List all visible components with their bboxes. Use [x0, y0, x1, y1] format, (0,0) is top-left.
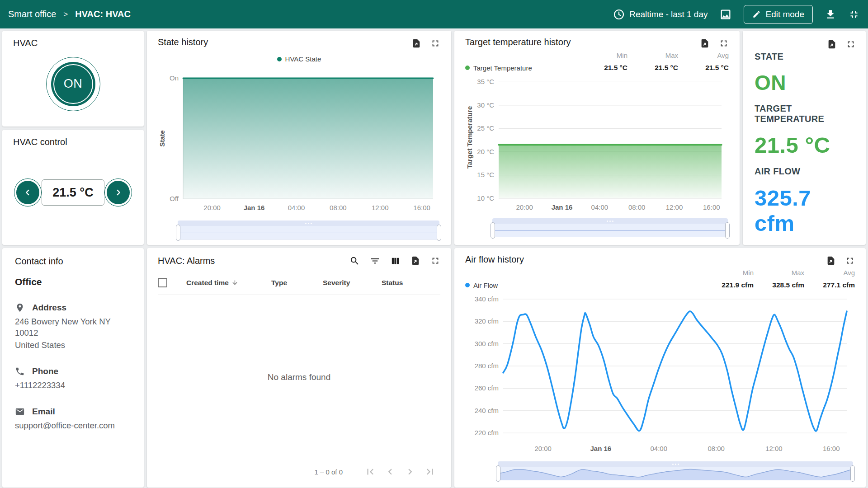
- next-page-button[interactable]: [402, 464, 418, 479]
- card-title: Target temperature history: [465, 37, 571, 47]
- slider-handle-right[interactable]: [437, 225, 441, 241]
- email-icon: [15, 407, 25, 417]
- legend-label: Air Flow: [473, 282, 498, 289]
- phone-label: Phone: [32, 366, 58, 376]
- clock-icon: [613, 9, 625, 20]
- increase-temperature-button[interactable]: [104, 178, 132, 206]
- hvac-power-card: HVAC ON: [2, 31, 144, 127]
- slider-handle-left[interactable]: [496, 465, 500, 482]
- svg-text:260 cfm: 260 cfm: [475, 384, 499, 392]
- file-export-icon: [826, 255, 836, 266]
- svg-text:20:00: 20:00: [534, 445, 552, 452]
- column-status[interactable]: Status: [382, 279, 431, 287]
- download-button[interactable]: [825, 9, 836, 20]
- card-title: HVAC: Alarms: [158, 256, 215, 266]
- slider-grip[interactable]: [492, 218, 728, 224]
- stat-header-avg: Avg: [678, 52, 729, 59]
- screenshot-button[interactable]: [719, 8, 732, 21]
- column-severity[interactable]: Severity: [323, 279, 382, 287]
- first-page-button[interactable]: [363, 464, 378, 479]
- export-widget-data-button[interactable]: [411, 38, 421, 49]
- series-stats: Min Max Avg Target Temperature 21.5 °C 2…: [465, 52, 729, 72]
- decrease-temperature-button[interactable]: [14, 178, 42, 206]
- stat-header-min: Min: [577, 52, 627, 59]
- file-export-icon: [410, 255, 420, 266]
- slider-handle-right[interactable]: [850, 465, 855, 482]
- column-created-time[interactable]: Created time: [186, 279, 271, 287]
- select-all-checkbox[interactable]: [158, 278, 167, 287]
- time-range-slider[interactable]: [498, 461, 853, 480]
- filter-button[interactable]: [370, 256, 380, 266]
- column-type[interactable]: Type: [271, 279, 323, 287]
- fullscreen-icon[interactable]: [430, 38, 440, 48]
- svg-text:10 °C: 10 °C: [477, 194, 494, 202]
- columns-button[interactable]: [390, 256, 401, 266]
- timewindow-button[interactable]: Realtime - last 1 day: [613, 9, 708, 20]
- dashboard-toolbar: Smart office > HVAC: HVAC Realtime - las…: [0, 0, 868, 28]
- edit-mode-button[interactable]: Edit mode: [744, 5, 813, 24]
- alarms-table-header: Created time Type Severity Status: [158, 278, 440, 295]
- hvac-power-button[interactable]: ON: [46, 57, 100, 111]
- slider-preview-chart: [498, 467, 853, 480]
- svg-text:15 °C: 15 °C: [477, 171, 494, 178]
- fullscreen-icon[interactable]: [846, 39, 856, 49]
- target-temperature-chart[interactable]: 35 °C30 °C25 °C20 °C15 °C10 °C20:00Jan 1…: [465, 74, 729, 215]
- svg-text:08:00: 08:00: [708, 445, 725, 452]
- slider-handle-right[interactable]: [725, 222, 730, 239]
- air-flow-value: 325.7 cfm: [755, 185, 854, 236]
- address-line2: United States: [15, 340, 133, 351]
- slider-grip[interactable]: [498, 461, 853, 467]
- target-temperature-setpoint: 21.5 °C: [42, 179, 104, 206]
- export-widget-data-button[interactable]: [826, 255, 836, 266]
- svg-text:240 cfm: 240 cfm: [475, 407, 499, 414]
- export-widget-data-button[interactable]: [700, 38, 710, 49]
- search-icon: [349, 256, 360, 266]
- fullscreen-exit-icon: [848, 9, 860, 20]
- power-state-label: ON: [64, 77, 83, 91]
- legend-label: Target Temperature: [473, 64, 532, 72]
- search-button[interactable]: [349, 256, 360, 266]
- chart-legend[interactable]: HVAC State: [158, 55, 440, 63]
- air-flow-history-card: Air flow history Min Max Avg: [454, 248, 866, 488]
- stat-header-max: Max: [754, 269, 804, 277]
- svg-text:08:00: 08:00: [330, 204, 347, 211]
- svg-text:20:00: 20:00: [203, 204, 221, 211]
- card-title: HVAC control: [13, 137, 133, 147]
- slider-grip[interactable]: [178, 221, 439, 226]
- fullscreen-icon[interactable]: [845, 256, 855, 266]
- export-widget-data-button[interactable]: [410, 255, 420, 266]
- air-flow-chart[interactable]: 340 cfm320 cfm300 cfm280 cfm260 cfm240 c…: [465, 291, 855, 458]
- contact-name: Office: [15, 277, 133, 287]
- stat-min-value: 221.9 cfm: [703, 281, 754, 289]
- contact-info-card: Contact info Office Address 246 Bowery N…: [2, 248, 144, 488]
- hvac-control-card: HVAC control 21.5 °C: [2, 130, 144, 245]
- svg-text:20 °C: 20 °C: [477, 148, 494, 155]
- chart-legend[interactable]: Target Temperature: [465, 64, 577, 72]
- svg-text:12:00: 12:00: [765, 445, 783, 452]
- export-widget-data-button[interactable]: [827, 39, 837, 50]
- fullscreen-icon[interactable]: [430, 256, 440, 266]
- pencil-icon: [752, 10, 761, 19]
- time-range-slider[interactable]: [492, 218, 728, 237]
- svg-text:340 cfm: 340 cfm: [475, 295, 499, 303]
- previous-page-button[interactable]: [382, 464, 398, 479]
- slider-handle-left[interactable]: [176, 225, 180, 241]
- svg-text:08:00: 08:00: [628, 203, 646, 211]
- target-temperature-history-card: Target temperature history Min Max Avg: [454, 31, 740, 245]
- slider-handle-left[interactable]: [491, 222, 495, 239]
- svg-text:Target Temperature: Target Temperature: [466, 106, 473, 169]
- state-history-chart[interactable]: OnOff20:00Jan 1604:0008:0012:0016:00Stat…: [158, 75, 440, 217]
- card-title: State history: [158, 37, 208, 47]
- last-page-button[interactable]: [422, 464, 438, 479]
- chart-legend[interactable]: Air Flow: [465, 282, 703, 289]
- legend-label: HVAC State: [285, 55, 321, 63]
- breadcrumb-separator: >: [63, 10, 68, 19]
- breadcrumb-root[interactable]: Smart office: [8, 9, 56, 19]
- stat-header-avg: Avg: [804, 269, 855, 277]
- fullscreen-icon[interactable]: [719, 38, 729, 48]
- time-range-slider[interactable]: [178, 221, 439, 239]
- air-flow-label: AIR FLOW: [755, 166, 854, 177]
- svg-text:280 cfm: 280 cfm: [475, 362, 499, 370]
- dashboard-grid: HVAC ON HVAC control 21.5 °C: [0, 28, 868, 488]
- exit-fullscreen-button[interactable]: [848, 9, 860, 20]
